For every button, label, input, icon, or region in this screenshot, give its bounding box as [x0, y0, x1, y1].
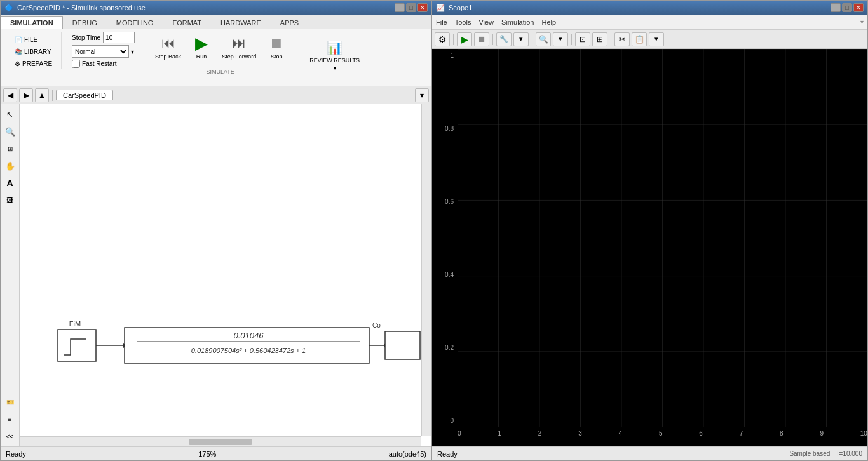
text-tool[interactable]: A — [3, 175, 18, 190]
pan-tool[interactable]: ✋ — [3, 158, 18, 173]
scope-close-button[interactable]: ✕ — [853, 3, 864, 12]
forward-button[interactable]: ▶ — [19, 88, 33, 102]
simulate-group-label: SIMULATE — [206, 66, 234, 75]
scope-title: Scope1 — [449, 4, 472, 11]
scope-status-ready: Ready — [437, 450, 458, 458]
up-button[interactable]: ▲ — [35, 88, 49, 102]
expand-tool[interactable]: << — [3, 429, 18, 444]
y-label-04: 0.4 — [433, 271, 456, 278]
toolbar-separator — [52, 90, 53, 101]
stop-time-input[interactable] — [103, 32, 135, 43]
y-label-1: 1 — [433, 52, 456, 59]
scope-tool-btn2[interactable]: ▾ — [513, 32, 529, 46]
collapse-button[interactable]: ▾ — [415, 88, 429, 102]
scope-export-btn[interactable]: 📋 — [632, 32, 647, 46]
x-axis-labels: 0 1 2 3 4 5 6 7 8 9 10 — [458, 427, 867, 446]
scope-inner — [387, 333, 418, 357]
review-icon: 📊 — [327, 40, 342, 55]
x-label-8: 8 — [780, 430, 783, 437]
x-label-3: 3 — [578, 430, 582, 437]
x-label-0: 0 — [458, 430, 461, 437]
scope-maximize-button[interactable]: □ — [842, 3, 852, 12]
block-diagram: FiM 0.01046 0.0189007504s² + 0.560423472… — [20, 104, 431, 446]
menu-help[interactable]: Help — [541, 18, 556, 26]
sim-main: ↖ 🔍 ⊞ ✋ A 🖼 🎫 ≡ << FiM — [1, 104, 431, 446]
x-label-6: 6 — [699, 430, 703, 437]
x-label-5: 5 — [659, 430, 663, 437]
review-results-button[interactable]: 📊 REVIEW RESULTS ▾ — [306, 38, 363, 73]
scope-zoom-btn[interactable]: 🔍 — [536, 32, 551, 46]
library-icon: 📚 — [15, 48, 22, 55]
plot-svg — [458, 49, 867, 427]
scope-menu-bar: File Tools View Simulation Help ▾ — [432, 15, 867, 30]
scope-status-time: Sample based T=10.000 — [789, 450, 862, 457]
tf-denominator: 0.0189007504s² + 0.560423472s + 1 — [191, 347, 306, 354]
scope-title-bar: 📈 Scope1 — □ ✕ — [432, 1, 867, 15]
scope-zoom-btn2[interactable]: ▾ — [553, 32, 568, 46]
zoom-in-tool[interactable]: 🔍 — [3, 124, 18, 139]
ribbon-tabs: SIMULATION DEBUG MODELING FORMAT HARDWAR… — [1, 15, 431, 29]
badge-tool[interactable]: 🎫 — [3, 394, 18, 410]
mode-select[interactable]: Normal Accelerator — [72, 45, 129, 58]
menu-tools[interactable]: Tools — [455, 18, 471, 26]
scope-label: Co — [372, 322, 381, 329]
menu-view[interactable]: View — [478, 18, 494, 26]
menu-simulation[interactable]: Simulation — [501, 18, 534, 26]
stop-button[interactable]: ⏹ Stop — [263, 32, 290, 62]
menu-file[interactable]: File — [436, 18, 447, 26]
breadcrumb-tab[interactable]: CarSpeedPID — [56, 90, 113, 100]
scope-run-btn[interactable]: ▶ — [457, 32, 472, 46]
step-back-button[interactable]: ⏮ Step Back — [151, 32, 186, 62]
mode-dropdown-icon[interactable]: ▾ — [131, 48, 134, 55]
x-label-4: 4 — [619, 430, 623, 437]
scope-tool-btn[interactable]: 🔧 — [496, 32, 512, 46]
fast-restart-label: Fast Restart — [82, 60, 116, 67]
simulink-title-bar: 🔷 CarSpeedPID * - Simulink sponsored use… — [1, 1, 431, 15]
scope-export-btn2[interactable]: ▾ — [649, 32, 664, 46]
scope-settings-btn[interactable]: ⚙ — [435, 32, 450, 46]
tab-debug[interactable]: DEBUG — [63, 16, 107, 29]
step-forward-button[interactable]: ⏭ Step Forward — [217, 32, 261, 62]
close-button[interactable]: ✕ — [417, 3, 428, 12]
status-ready: Ready — [6, 450, 26, 458]
step-block[interactable] — [58, 330, 96, 361]
scope-sep-2 — [492, 34, 493, 45]
prepare-button[interactable]: ⚙ PREPARE — [11, 58, 56, 69]
vertical-scrollbar[interactable] — [421, 104, 431, 436]
horizontal-scrollbar[interactable] — [20, 436, 421, 446]
scope-fit-btn2[interactable]: ⊞ — [592, 32, 607, 46]
scope-sep-5 — [611, 34, 611, 45]
x-label-7: 7 — [740, 430, 743, 437]
sidebar-tool[interactable]: ≡ — [3, 411, 18, 427]
review-chevron: ▾ — [334, 65, 336, 71]
minimize-button[interactable]: — — [395, 3, 405, 12]
tab-format[interactable]: FORMAT — [163, 16, 211, 29]
tab-apps[interactable]: APPS — [271, 16, 308, 29]
x-label-1: 1 — [498, 430, 501, 437]
tab-simulation[interactable]: SIMULATION — [1, 16, 63, 29]
scope-stop-btn[interactable]: ⏹ — [474, 32, 489, 46]
file-button[interactable]: 📄 FILE — [11, 34, 56, 45]
maximize-button[interactable]: □ — [406, 3, 416, 12]
scope-sep-3 — [532, 34, 532, 45]
library-button[interactable]: 📚 LIBRARY — [11, 46, 56, 57]
y-axis-labels: 1 0.8 0.6 0.4 0.2 0 — [432, 49, 458, 427]
y-label-0: 0 — [433, 417, 456, 424]
tab-modeling[interactable]: MODELING — [107, 16, 163, 29]
run-button[interactable]: ▶ Run — [188, 32, 215, 62]
image-tool[interactable]: 🖼 — [3, 192, 18, 208]
zoom-area-tool[interactable]: ⊞ — [3, 141, 18, 156]
simulink-toolbar: ◀ ▶ ▲ CarSpeedPID ▾ — [1, 86, 431, 104]
pointer-tool[interactable]: ↖ — [3, 107, 18, 122]
scope-data-btn[interactable]: ✂ — [614, 32, 630, 46]
h-scroll-thumb[interactable] — [189, 439, 252, 445]
canvas-area: FiM 0.01046 0.0189007504s² + 0.560423472… — [20, 104, 431, 446]
stop-time-label: Stop Time — [72, 34, 100, 41]
simulink-status-bar: Ready 175% auto(ode45) — [1, 446, 431, 460]
scope-minimize-button[interactable]: — — [831, 3, 841, 12]
tab-hardware[interactable]: HARDWARE — [211, 16, 271, 29]
fast-restart-checkbox[interactable] — [72, 60, 80, 68]
back-button[interactable]: ◀ — [3, 88, 17, 102]
y-label-08: 0.8 — [433, 125, 456, 132]
scope-fit-btn[interactable]: ⊡ — [575, 32, 590, 46]
